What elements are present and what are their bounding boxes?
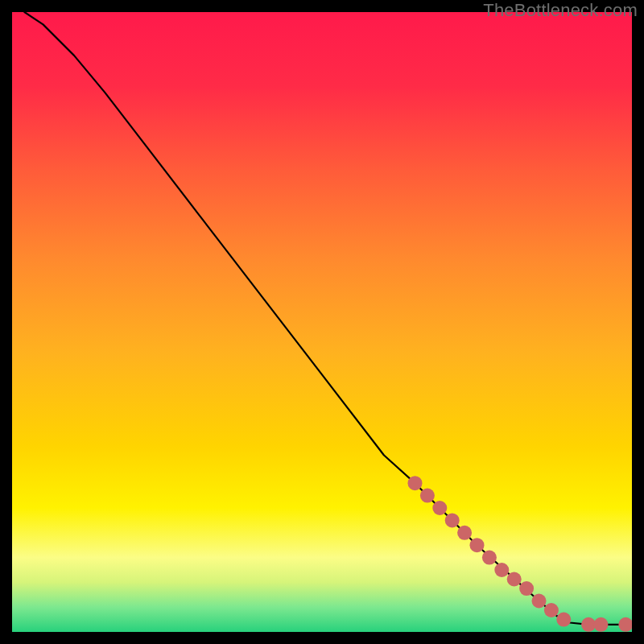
- data-dot: [482, 551, 497, 565]
- data-dot: [581, 617, 596, 632]
- data-dot: [618, 617, 632, 632]
- data-dot: [507, 572, 522, 587]
- data-dot: [594, 617, 609, 632]
- data-dot: [544, 603, 559, 617]
- data-dot: [408, 476, 423, 490]
- chart-frame: TheBottleneck.com: [0, 0, 644, 644]
- plot-area: [12, 12, 632, 632]
- data-dot: [432, 501, 447, 515]
- data-dot: [470, 538, 485, 552]
- watermark-text: TheBottleneck.com: [483, 0, 638, 21]
- data-dot: [420, 489, 435, 503]
- data-dot: [556, 613, 571, 627]
- data-dot: [457, 526, 472, 540]
- data-dot: [519, 581, 534, 596]
- data-dots: [408, 476, 633, 632]
- data-dot: [532, 594, 547, 609]
- curve-layer: [12, 12, 632, 632]
- data-dot: [445, 513, 460, 527]
- bottleneck-curve: [24, 12, 625, 625]
- data-dot: [494, 563, 509, 577]
